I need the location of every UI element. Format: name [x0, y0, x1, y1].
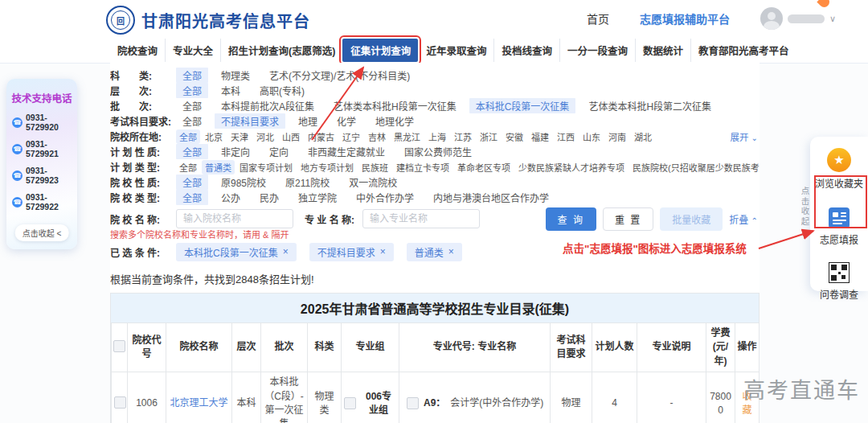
filter-option[interactable]: 全部 [176, 68, 208, 83]
filter-option[interactable]: 独立学院 [292, 190, 343, 205]
major-name-input[interactable] [362, 209, 480, 228]
site-logo[interactable]: 回 甘肃阳光高考信息平台 [106, 6, 310, 35]
group-checkbox[interactable] [344, 397, 356, 409]
filter-option[interactable]: 地理化学 [369, 113, 420, 129]
filter-option[interactable]: 国家公费师范生 [398, 144, 478, 159]
filter-option[interactable]: 公办 [215, 190, 247, 205]
filter-option[interactable]: 吉林 [365, 129, 389, 144]
filter-option[interactable]: 全部 [176, 175, 208, 190]
query-button[interactable]: 查 询 [546, 207, 596, 231]
filter-option[interactable]: 江西 [554, 129, 578, 144]
filter-option[interactable]: 地方专项计划 [297, 160, 357, 175]
close-icon[interactable]: × [283, 246, 289, 257]
filter-option[interactable]: 浙江 [477, 129, 501, 144]
filter-option[interactable]: 原211院校 [279, 175, 336, 190]
filter-option[interactable]: 全部 [176, 160, 200, 175]
filter-row-category: 科 类: 全部 物理类 艺术(不分文理)/艺术(不分科目类) [110, 68, 760, 83]
filter-option[interactable]: 上海 [425, 129, 449, 144]
filter-option[interactable]: 不提科目要求 [215, 113, 285, 129]
reset-button[interactable]: 重 置 [603, 207, 653, 231]
filter-option[interactable]: 河北 [253, 129, 277, 144]
condition-chip[interactable]: 普通类× [407, 243, 462, 261]
tab-plan-query[interactable]: 招生计划查询(志愿筛选) [220, 39, 342, 62]
filter-option[interactable]: 普通类 [202, 160, 235, 175]
filter-option[interactable]: 民族院校(只招收聚居少数民族考生) [629, 160, 760, 175]
filter-option[interactable]: 全部 [176, 129, 200, 144]
tab-rank-segment[interactable]: 一分一段查询 [559, 39, 635, 62]
close-icon[interactable]: × [380, 246, 386, 257]
filter-option[interactable]: 全部 [176, 190, 208, 205]
filter-option[interactable]: 福建 [528, 129, 552, 144]
tab-collection-plan-query[interactable]: 征集计划查询 [342, 39, 418, 62]
filter-option[interactable]: 黑龙江 [391, 129, 424, 144]
filter-option[interactable]: 辽宁 [339, 129, 363, 144]
filter-option[interactable]: 国家专项计划 [236, 160, 296, 175]
filter-option[interactable]: 艺术(不分文理)/艺术(不分科目类) [263, 68, 416, 83]
collapse-left-panel-button[interactable]: 点击收起 < [15, 224, 69, 241]
filter-row-college-nature: 院 校 性 质: 全部 原985院校 原211院校 双一流院校 [110, 175, 760, 190]
filter-option[interactable]: 本科提前批次A段征集 [215, 98, 321, 113]
filter-option[interactable]: 艺体类本科批H段第二次征集 [582, 98, 718, 113]
tab-statistics[interactable]: 数据统计 [635, 39, 690, 62]
filter-option[interactable]: 北京 [202, 129, 226, 144]
school-link[interactable]: 北京理工大学 [170, 397, 227, 409]
school-name-input[interactable] [176, 209, 293, 228]
cell-code: 1006 [128, 372, 166, 423]
group-name: 006专业组 [361, 390, 396, 418]
filter-option[interactable]: 双一流院校 [342, 175, 403, 190]
filter-option[interactable]: 内地与港澳台地区合作办学 [427, 190, 555, 205]
filter-option[interactable]: 安徽 [502, 129, 526, 144]
tab-cutoff-line[interactable]: 投档线查询 [493, 39, 559, 62]
row-checkbox[interactable] [114, 396, 126, 409]
watermark: 高考直通车 [743, 373, 860, 405]
batch-favorite-button[interactable]: 批量收藏 [660, 207, 723, 231]
filter-option[interactable]: 化学 [330, 113, 362, 129]
filter-option[interactable]: 全部 [176, 113, 208, 129]
select-all-checkbox[interactable] [113, 340, 125, 352]
nav-assist-link[interactable]: 志愿填报辅助平台 [640, 10, 730, 27]
close-icon[interactable]: × [448, 246, 454, 257]
quick-actions-panel: ★ 浏览收藏夹 志愿填报 问卷调查 点击收起 > [810, 137, 868, 291]
filter-option[interactable]: 民办 [253, 190, 285, 205]
filter-option[interactable]: 河南 [605, 129, 629, 144]
filter-option[interactable]: 本科 [215, 83, 247, 98]
expand-link[interactable]: 展开 ⌄ [730, 130, 760, 143]
filter-option[interactable]: 原985院校 [215, 175, 272, 190]
fold-link[interactable]: 折叠 ⌃ [729, 212, 758, 226]
filter-option[interactable]: 山东 [579, 129, 604, 144]
survey-item[interactable]: 问卷调查 [810, 262, 868, 301]
filter-option[interactable]: 非定向 [215, 144, 256, 159]
tab-past-admission[interactable]: 近年录取查询 [418, 39, 493, 62]
filter-option[interactable]: 天津 [227, 129, 252, 144]
filter-option[interactable]: 内蒙古 [305, 129, 338, 144]
filter-option[interactable]: 物理类 [215, 68, 256, 83]
filter-label: 层 次: [110, 84, 176, 97]
filter-option[interactable]: 定向 [263, 144, 295, 159]
filter-option[interactable]: 地理 [292, 113, 324, 129]
nav-home-link[interactable]: 首页 [587, 10, 609, 27]
filter-option[interactable]: 山西 [279, 129, 303, 144]
filter-option[interactable]: 高职(专科) [253, 83, 311, 98]
filter-option[interactable]: 少数民族紧缺人才培养专项 [515, 160, 628, 175]
filter-option[interactable]: 湖北 [631, 129, 655, 144]
user-menu[interactable]: ∨ [760, 7, 836, 30]
tab-moe-platform[interactable]: 教育部阳光高考平台 [690, 39, 796, 62]
collapse-right-panel-button[interactable]: 点击收起 > [800, 187, 810, 239]
filter-option[interactable]: 中外合作办学 [350, 190, 420, 205]
condition-chip[interactable]: 不提科目要求× [309, 243, 394, 261]
filter-option[interactable]: 民族班 [358, 160, 391, 175]
filter-option[interactable]: 艺体类本科批H段第一次征集 [327, 98, 463, 113]
tab-college-query[interactable]: 院校查询 [110, 39, 165, 62]
phone-item: ☎0931-5729923 [12, 166, 77, 185]
condition-chip[interactable]: 本科批C段第一次征集× [176, 243, 297, 261]
filter-option[interactable]: 建档立卡专项 [393, 160, 452, 175]
filter-option[interactable]: 非西藏生定藏就业 [301, 144, 391, 159]
filter-option[interactable]: 全部 [176, 83, 208, 98]
major-checkbox[interactable] [407, 397, 419, 409]
filter-option[interactable]: 江苏 [451, 129, 475, 144]
filter-option[interactable]: 革命老区专项 [454, 160, 514, 175]
filter-option[interactable]: 全部 [176, 144, 208, 159]
tab-major-list[interactable]: 专业大全 [165, 39, 220, 62]
filter-option[interactable]: 全部 [176, 98, 208, 113]
filter-option[interactable]: 本科批C段第一次征集 [469, 98, 576, 113]
